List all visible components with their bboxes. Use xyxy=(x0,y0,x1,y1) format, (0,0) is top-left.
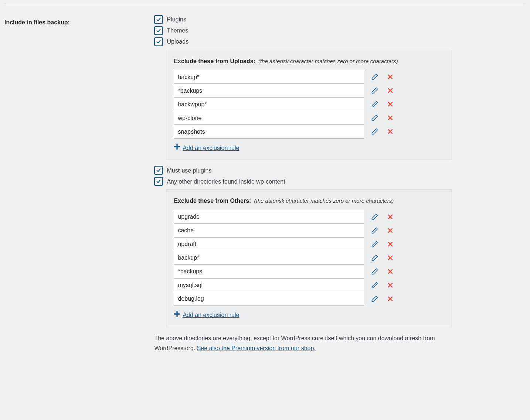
plus-icon xyxy=(174,143,180,152)
uploads-rule-input[interactable]: wp-clone xyxy=(174,111,364,125)
others-rule-input[interactable]: cache xyxy=(174,223,364,238)
others-rule-input[interactable]: upgrade xyxy=(174,210,364,224)
delete-icon[interactable] xyxy=(385,212,395,222)
others-checkbox[interactable] xyxy=(154,177,163,186)
premium-link[interactable]: See also the Premium version from our sh… xyxy=(197,345,316,351)
muplugins-label: Must-use plugins xyxy=(167,166,211,175)
delete-icon[interactable] xyxy=(385,86,395,95)
edit-icon[interactable] xyxy=(370,226,380,235)
edit-icon[interactable] xyxy=(370,294,380,304)
uploads-checkbox[interactable] xyxy=(154,37,163,46)
uploads-rule-row: backup* xyxy=(174,70,444,84)
divider xyxy=(4,4,526,4)
plugins-checkbox[interactable] xyxy=(154,15,163,24)
uploads-rule-row: snapshots xyxy=(174,124,444,139)
themes-label: Themes xyxy=(167,26,188,35)
edit-icon[interactable] xyxy=(370,267,380,276)
uploads-rule-row: wp-clone xyxy=(174,111,444,125)
others-rule-input[interactable]: mysql.sql xyxy=(174,278,364,292)
delete-icon[interactable] xyxy=(385,127,395,136)
uploads-rule-row: *backups xyxy=(174,83,444,98)
edit-icon[interactable] xyxy=(370,280,380,290)
uploads-panel-note: (the asterisk character matches zero or … xyxy=(258,58,398,64)
delete-icon[interactable] xyxy=(385,294,395,304)
others-rule-row: upgrade xyxy=(174,210,444,224)
delete-icon[interactable] xyxy=(385,267,395,276)
delete-icon[interactable] xyxy=(385,113,395,123)
delete-icon[interactable] xyxy=(385,226,395,235)
others-rule-input[interactable]: *backups xyxy=(174,264,364,279)
edit-icon[interactable] xyxy=(370,86,380,95)
uploads-rule-row: backwpup* xyxy=(174,97,444,111)
edit-icon[interactable] xyxy=(370,212,380,222)
footnote: The above directories are everything, ex… xyxy=(154,333,457,353)
others-rule-input[interactable]: debug.log xyxy=(174,292,364,306)
others-panel-note: (the asterisk character matches zero or … xyxy=(254,198,394,204)
uploads-label: Uploads xyxy=(167,37,188,46)
delete-icon[interactable] xyxy=(385,253,395,263)
uploads-rule-input[interactable]: snapshots xyxy=(174,124,364,139)
delete-icon[interactable] xyxy=(385,280,395,290)
edit-icon[interactable] xyxy=(370,253,380,263)
uploads-rule-input[interactable]: backup* xyxy=(174,70,364,84)
others-rule-input[interactable]: updraft xyxy=(174,237,364,251)
delete-icon[interactable] xyxy=(385,239,395,249)
muplugins-checkbox[interactable] xyxy=(154,166,163,175)
others-exclusion-panel: Exclude these from Others: (the asterisk… xyxy=(166,189,452,327)
uploads-rule-input[interactable]: *backups xyxy=(174,83,364,98)
others-rule-row: updraft xyxy=(174,237,444,251)
uploads-panel-title: Exclude these from Uploads: xyxy=(174,58,255,64)
others-rule-input[interactable]: backup* xyxy=(174,251,364,265)
delete-icon[interactable] xyxy=(385,72,395,82)
edit-icon[interactable] xyxy=(370,99,380,109)
others-label: Any other directories found inside wp-co… xyxy=(167,177,285,186)
delete-icon[interactable] xyxy=(385,99,395,109)
edit-icon[interactable] xyxy=(370,113,380,123)
uploads-rule-input[interactable]: backwpup* xyxy=(174,97,364,111)
plugins-label: Plugins xyxy=(167,15,186,24)
others-rule-row: backup* xyxy=(174,251,444,265)
others-rule-row: *backups xyxy=(174,264,444,279)
others-rule-row: cache xyxy=(174,223,444,238)
edit-icon[interactable] xyxy=(370,127,380,136)
edit-icon[interactable] xyxy=(370,72,380,82)
others-panel-title: Exclude these from Others: xyxy=(174,198,251,204)
themes-checkbox[interactable] xyxy=(154,26,163,35)
uploads-exclusion-panel: Exclude these from Uploads: (the asteris… xyxy=(166,50,452,160)
others-rule-row: debug.log xyxy=(174,292,444,306)
others-rule-row: mysql.sql xyxy=(174,278,444,292)
edit-icon[interactable] xyxy=(370,239,380,249)
plus-icon xyxy=(174,311,180,320)
section-label: Include in files backup: xyxy=(4,13,154,355)
uploads-add-rule-link[interactable]: Add an exclusion rule xyxy=(183,144,239,152)
others-add-rule-link[interactable]: Add an exclusion rule xyxy=(183,311,239,319)
